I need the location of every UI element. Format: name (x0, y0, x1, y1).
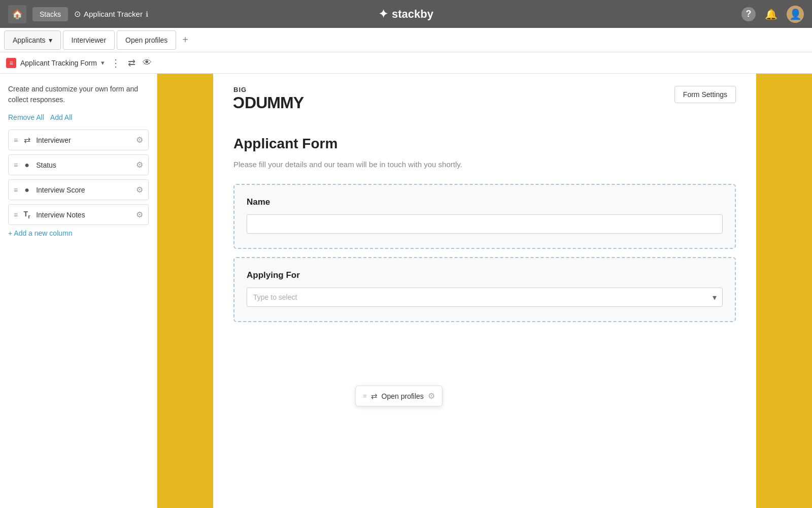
tab-bar: Applicants ▾ Interviewer Open profiles + (0, 28, 812, 52)
field-name-interviewer: Interviewer (36, 136, 132, 144)
field-name-interview-score: Interview Score (36, 186, 132, 194)
form-subtitle-text: Please fill your details and our team wi… (233, 160, 736, 169)
form-area: BIG CDUMMY Form Settings Applicant Form … (157, 74, 812, 508)
avatar[interactable]: 👤 (787, 6, 804, 23)
field-item-interview-score[interactable]: ≡ ● Interview Score ⚙ (8, 179, 149, 200)
status-type-icon: ● (22, 161, 32, 170)
applying-for-select[interactable]: Type to select (247, 288, 723, 307)
floating-field-item[interactable]: ≡ ⇄ Open profiles ⚙ (355, 386, 443, 406)
field-settings-icon-interviewer[interactable]: ⚙ (136, 135, 143, 145)
form-title-text: Applicant Tracking Form (20, 59, 97, 67)
view-icon[interactable]: 👁 (143, 57, 152, 68)
logo: ✦ stackby (379, 8, 433, 21)
field-settings-icon-status[interactable]: ⚙ (136, 160, 143, 170)
stacks-button[interactable]: Stacks (32, 7, 68, 21)
form-title-badge[interactable]: ≡ Applicant Tracking Form ▾ (6, 58, 105, 68)
yellow-left-panel (157, 74, 213, 508)
form-center: BIG CDUMMY Form Settings Applicant Form … (213, 74, 756, 508)
brand-dummy: CDUMMY (233, 93, 303, 112)
drag-handle-icon: ≡ (14, 186, 18, 194)
field-item-status[interactable]: ≡ ● Status ⚙ (8, 154, 149, 175)
toolbar-icons: ⋮ ⇄ 👁 (111, 57, 152, 69)
applying-for-select-wrapper: Type to select (247, 288, 723, 307)
remove-all-link[interactable]: Remove All (8, 113, 44, 121)
applying-for-field-label: Applying For (247, 270, 723, 280)
interview-notes-type-icon: Tr (22, 210, 32, 219)
name-field-block: Name (233, 184, 736, 249)
navbar: 🏠 Stacks ⊙ Applicant Tracker ℹ ✦ stackby… (0, 0, 812, 28)
field-name-status: Status (36, 161, 132, 169)
field-item-interview-notes[interactable]: ≡ Tr Interview Notes ⚙ (8, 204, 149, 225)
form-type-icon: ≡ (6, 58, 16, 68)
tab-interviewer[interactable]: Interviewer (63, 30, 115, 50)
sidebar-description: Create and customize your own form and c… (8, 84, 149, 105)
logo-text: stackby (392, 8, 433, 21)
help-button[interactable]: ? (741, 7, 756, 21)
drag-handle-icon: ≡ (14, 211, 18, 219)
drag-handle-icon: ≡ (14, 161, 18, 169)
form-icon-symbol: ≡ (9, 59, 13, 67)
tab-open-profiles-label: Open profiles (125, 36, 167, 44)
main-content: Create and customize your own form and c… (0, 74, 812, 508)
name-field-label: Name (247, 197, 723, 207)
add-all-link[interactable]: Add All (50, 113, 73, 121)
add-column-link[interactable]: + Add a new column (8, 229, 149, 237)
home-button[interactable]: 🏠 (8, 5, 26, 23)
logo-icon: ✦ (379, 8, 388, 21)
tab-open-profiles[interactable]: Open profiles (117, 30, 176, 50)
tab-applicants[interactable]: Applicants ▾ (4, 30, 61, 50)
name-field-input[interactable] (247, 214, 723, 234)
app-name: Applicant Tracker (84, 10, 143, 18)
floating-drag-handle-icon: ≡ (363, 392, 367, 400)
brand-big: BIG (233, 86, 303, 93)
chevron-down-icon: ▾ (49, 36, 52, 44)
drag-handle-icon: ≡ (14, 136, 18, 144)
c-letter: C (233, 93, 245, 112)
form-content: Applicant Form Please fill your details … (213, 120, 756, 345)
avatar-image: 👤 (789, 8, 802, 20)
applying-for-field-block: Applying For Type to select (233, 257, 736, 322)
tab-interviewer-label: Interviewer (72, 36, 106, 44)
sidebar: Create and customize your own form and c… (0, 74, 157, 508)
floating-field-settings-icon[interactable]: ⚙ (428, 391, 435, 401)
tab-applicants-label: Applicants (13, 36, 46, 44)
share-icon[interactable]: ⇄ (128, 57, 136, 69)
app-info: ⊙ Applicant Tracker ℹ (74, 9, 148, 19)
add-tab-button[interactable]: + (178, 32, 192, 48)
app-icon: ⊙ (74, 9, 81, 19)
form-title-dropdown-icon: ▾ (101, 59, 105, 67)
field-settings-icon-interview-notes[interactable]: ⚙ (136, 210, 143, 219)
applicant-form-title: Applicant Form (233, 136, 736, 152)
more-options-icon[interactable]: ⋮ (111, 57, 121, 69)
floating-field-label: Open profiles (382, 392, 424, 400)
floating-field-type-icon: ⇄ (371, 392, 378, 401)
form-settings-button[interactable]: Form Settings (674, 86, 736, 103)
toolbar-row: ≡ Applicant Tracking Form ▾ ⋮ ⇄ 👁 (0, 52, 812, 74)
form-header: BIG CDUMMY Form Settings (213, 74, 756, 120)
brand-dummy-text: DUMMY (245, 93, 303, 112)
field-name-interview-notes: Interview Notes (36, 211, 132, 219)
brand-logo: BIG CDUMMY (233, 86, 303, 112)
form-wrapper: BIG CDUMMY Form Settings Applicant Form … (157, 74, 812, 508)
sidebar-actions: Remove All Add All (8, 113, 149, 121)
field-item-interviewer[interactable]: ≡ ⇄ Interviewer ⚙ (8, 130, 149, 150)
interview-score-type-icon: ● (22, 185, 32, 195)
field-settings-icon-interview-score[interactable]: ⚙ (136, 185, 143, 195)
notifications-button[interactable]: 🔔 (765, 8, 777, 20)
info-icon: ℹ (146, 10, 148, 18)
interviewer-type-icon: ⇄ (22, 135, 32, 145)
navbar-right: ? 🔔 👤 (741, 6, 804, 23)
yellow-right-panel (756, 74, 812, 508)
